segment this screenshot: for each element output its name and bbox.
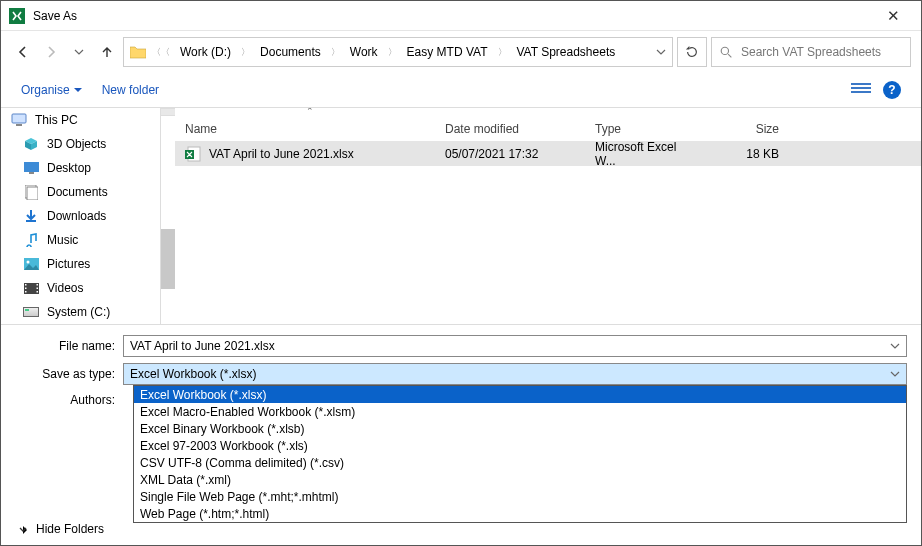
save-as-window: Save As ✕ 〈〈 Work (D:) 〉 Documents 〉 Wor… [0,0,922,546]
toolbar: Organise New folder ? [1,73,921,107]
videos-icon [23,280,39,296]
file-date: 05/07/2021 17:32 [435,147,585,161]
dropdown-option[interactable]: CSV UTF-8 (Comma delimited) (*.csv) [134,454,906,471]
back-button[interactable] [11,40,35,64]
pictures-icon [23,256,39,272]
chevron-right-icon: 〉 [386,46,399,59]
search-icon [720,46,733,59]
bottom-panel: File name: VAT April to June 2021.xlsx S… [1,324,921,545]
excel-app-icon [9,8,25,24]
sort-indicator-icon: ⌃ [305,107,315,114]
sidebar: This PC 3D Objects Desktop Documents Dow… [1,108,161,324]
column-header-date[interactable]: Date modified [435,122,585,136]
chevron-right-icon: 〉 [496,46,509,59]
recent-locations-button[interactable] [67,40,91,64]
scrollbar-thumb[interactable] [161,229,175,289]
this-pc-icon [11,112,27,128]
sidebar-item-system-c[interactable]: System (C:) [1,300,160,324]
file-name: VAT April to June 2021.xlsx [209,147,354,161]
svg-rect-5 [24,162,39,172]
svg-rect-3 [12,114,26,123]
folder-icon [130,44,146,60]
hide-folders-toggle[interactable]: Hide Folders [4,516,118,542]
close-button[interactable]: ✕ [873,7,913,25]
file-size: 18 KB [709,147,789,161]
svg-rect-18 [36,291,38,293]
sidebar-item-desktop[interactable]: Desktop [1,156,160,180]
svg-rect-4 [16,124,22,126]
column-header-type[interactable]: Type [585,122,709,136]
dropdown-option[interactable]: Web Page (*.htm;*.html) [134,505,906,522]
titlebar: Save As ✕ [1,1,921,31]
excel-file-icon [185,146,201,162]
sidebar-item-this-pc[interactable]: This PC [1,108,160,132]
sidebar-item-documents[interactable]: Documents [1,180,160,204]
dropdown-option[interactable]: XML Data (*.xml) [134,471,906,488]
file-row[interactable]: VAT April to June 2021.xlsx 05/07/2021 1… [175,142,921,166]
svg-rect-8 [27,187,38,200]
refresh-button[interactable] [677,37,707,67]
nav-bar: 〈〈 Work (D:) 〉 Documents 〉 Work 〉 Easy M… [1,31,921,73]
sidebar-item-music[interactable]: Music [1,228,160,252]
file-name-label: File name: [15,339,115,353]
svg-rect-14 [25,287,27,289]
chevron-down-icon[interactable] [890,341,900,351]
column-headers: Name Date modified Type Size [175,116,921,142]
cube-icon [23,136,39,152]
file-type: Microsoft Excel W... [585,140,709,168]
breadcrumb-item[interactable]: VAT Spreadsheets [513,43,620,61]
save-as-type-select[interactable]: Excel Workbook (*.xlsx) [123,363,907,385]
svg-rect-17 [36,287,38,289]
music-icon [23,232,39,248]
window-title: Save As [33,9,873,23]
downloads-icon [23,208,39,224]
breadcrumb-item[interactable]: Work [346,43,382,61]
help-icon[interactable]: ? [883,81,901,99]
address-dropdown-button[interactable] [656,47,666,57]
dropdown-option[interactable]: Single File Web Page (*.mht;*.mhtml) [134,488,906,505]
dropdown-option[interactable]: Excel Workbook (*.xlsx) [134,386,906,403]
sidebar-item-videos[interactable]: Videos [1,276,160,300]
new-folder-button[interactable]: New folder [102,83,159,97]
svg-point-11 [26,261,29,264]
save-as-type-label: Save as type: [15,367,115,381]
sidebar-item-pictures[interactable]: Pictures [1,252,160,276]
up-button[interactable] [95,40,119,64]
view-options-button[interactable] [851,83,871,97]
svg-point-1 [721,47,728,54]
chevron-right-icon: 〉 [239,46,252,59]
forward-button[interactable] [39,40,63,64]
svg-rect-15 [25,291,27,293]
breadcrumb-item[interactable]: Easy MTD VAT [403,43,492,61]
chevron-right-icon: 〉 [329,46,342,59]
authors-label: Authors: [15,393,115,407]
dropdown-option[interactable]: Excel Macro-Enabled Workbook (*.xlsm) [134,403,906,420]
file-list-pane: ⌃ Name Date modified Type Size VAT April… [175,108,921,324]
svg-rect-6 [29,172,34,174]
dropdown-option[interactable]: Excel 97-2003 Workbook (*.xls) [134,437,906,454]
chevron-down-icon[interactable] [890,369,900,379]
column-header-name[interactable]: Name [175,122,435,136]
breadcrumb-item[interactable]: Documents [256,43,325,61]
chevron-right-icon[interactable]: 〈〈 [150,46,172,59]
svg-rect-9 [26,220,36,222]
explorer-body: This PC 3D Objects Desktop Documents Dow… [1,107,921,324]
column-header-size[interactable]: Size [709,122,789,136]
svg-rect-13 [25,284,27,286]
desktop-icon [23,160,39,176]
dropdown-option[interactable]: Excel Binary Workbook (*.xlsb) [134,420,906,437]
sidebar-item-3d-objects[interactable]: 3D Objects [1,132,160,156]
breadcrumb-item[interactable]: Work (D:) [176,43,235,61]
search-input[interactable]: Search VAT Spreadsheets [711,37,911,67]
svg-rect-16 [36,284,38,286]
documents-icon [23,184,39,200]
sidebar-item-downloads[interactable]: Downloads [1,204,160,228]
svg-line-2 [728,54,731,57]
chevron-down-icon [18,524,28,534]
drive-icon [23,304,39,320]
search-placeholder: Search VAT Spreadsheets [741,45,881,59]
file-name-input[interactable]: VAT April to June 2021.xlsx [123,335,907,357]
organise-menu[interactable]: Organise [21,83,82,97]
address-bar[interactable]: 〈〈 Work (D:) 〉 Documents 〉 Work 〉 Easy M… [123,37,673,67]
